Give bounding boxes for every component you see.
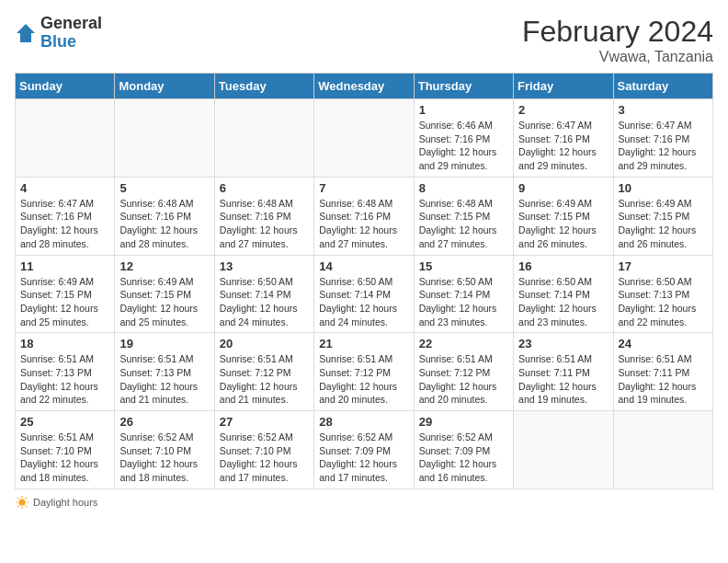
logo-icon [15, 22, 37, 44]
day-info: Sunrise: 6:49 AM Sunset: 7:15 PM Dayligh… [619, 197, 708, 251]
svg-line-6 [17, 498, 18, 499]
calendar-table: SundayMondayTuesdayWednesdayThursdayFrid… [15, 73, 713, 489]
col-header-wednesday: Wednesday [314, 74, 414, 99]
day-number: 5 [119, 181, 209, 195]
day-info: Sunrise: 6:51 AM Sunset: 7:12 PM Dayligh… [419, 352, 508, 407]
col-header-sunday: Sunday [16, 74, 115, 99]
day-info: Sunrise: 6:51 AM Sunset: 7:12 PM Dayligh… [319, 352, 408, 407]
day-number: 7 [319, 181, 408, 195]
day-number: 14 [319, 259, 408, 273]
day-info: Sunrise: 6:51 AM Sunset: 7:13 PM Dayligh… [119, 352, 209, 407]
day-number: 18 [20, 337, 109, 350]
day-info: Sunrise: 6:51 AM Sunset: 7:10 PM Dayligh… [20, 431, 109, 485]
day-number: 16 [518, 259, 608, 273]
logo-blue: Blue [40, 32, 76, 51]
day-number: 3 [619, 103, 708, 117]
calendar-cell: 29Sunrise: 6:52 AM Sunset: 7:09 PM Dayli… [414, 411, 513, 489]
day-number: 13 [220, 259, 309, 273]
calendar-cell [613, 411, 712, 489]
week-row-1: 4Sunrise: 6:47 AM Sunset: 7:16 PM Daylig… [16, 177, 713, 255]
week-row-2: 11Sunrise: 6:49 AM Sunset: 7:15 PM Dayli… [16, 255, 713, 333]
day-number: 4 [20, 181, 109, 195]
day-info: Sunrise: 6:49 AM Sunset: 7:15 PM Dayligh… [119, 275, 209, 329]
day-info: Sunrise: 6:48 AM Sunset: 7:15 PM Dayligh… [419, 197, 508, 251]
svg-line-9 [17, 505, 18, 506]
calendar-cell [514, 411, 613, 489]
calendar-cell: 19Sunrise: 6:51 AM Sunset: 7:13 PM Dayli… [115, 333, 214, 411]
calendar-cell: 22Sunrise: 6:51 AM Sunset: 7:12 PM Dayli… [414, 333, 513, 411]
calendar-cell: 5Sunrise: 6:48 AM Sunset: 7:16 PM Daylig… [115, 177, 214, 255]
day-info: Sunrise: 6:51 AM Sunset: 7:13 PM Dayligh… [20, 352, 109, 407]
day-number: 12 [119, 259, 209, 273]
calendar-cell: 23Sunrise: 6:51 AM Sunset: 7:11 PM Dayli… [514, 333, 613, 411]
calendar-cell: 1Sunrise: 6:46 AM Sunset: 7:16 PM Daylig… [414, 99, 513, 178]
day-number: 29 [419, 415, 508, 429]
day-info: Sunrise: 6:48 AM Sunset: 7:16 PM Dayligh… [220, 197, 309, 251]
week-row-4: 25Sunrise: 6:51 AM Sunset: 7:10 PM Dayli… [16, 411, 713, 489]
day-number: 9 [518, 181, 608, 195]
calendar-cell [115, 99, 214, 178]
sun-icon [15, 495, 29, 510]
day-number: 1 [419, 103, 508, 117]
calendar-cell: 17Sunrise: 6:50 AM Sunset: 7:13 PM Dayli… [613, 255, 712, 333]
day-number: 27 [220, 415, 309, 429]
logo-general: General [40, 14, 102, 32]
title-area: February 2024 Vwawa, Tanzania [522, 15, 713, 65]
day-info: Sunrise: 6:47 AM Sunset: 7:16 PM Dayligh… [20, 197, 109, 251]
calendar-cell: 21Sunrise: 6:51 AM Sunset: 7:12 PM Dayli… [314, 333, 414, 411]
day-number: 24 [619, 337, 708, 350]
day-info: Sunrise: 6:52 AM Sunset: 7:10 PM Dayligh… [119, 431, 209, 485]
day-number: 17 [619, 259, 708, 273]
calendar-title: February 2024 [522, 15, 713, 49]
calendar-cell: 12Sunrise: 6:49 AM Sunset: 7:15 PM Dayli… [115, 255, 214, 333]
calendar-cell: 27Sunrise: 6:52 AM Sunset: 7:10 PM Dayli… [214, 411, 313, 489]
calendar-cell: 8Sunrise: 6:48 AM Sunset: 7:15 PM Daylig… [414, 177, 513, 255]
day-number: 21 [319, 337, 408, 350]
calendar-cell: 2Sunrise: 6:47 AM Sunset: 7:16 PM Daylig… [514, 99, 613, 178]
day-number: 23 [518, 337, 608, 350]
day-info: Sunrise: 6:48 AM Sunset: 7:16 PM Dayligh… [319, 197, 408, 251]
day-info: Sunrise: 6:50 AM Sunset: 7:14 PM Dayligh… [319, 275, 408, 329]
day-info: Sunrise: 6:51 AM Sunset: 7:11 PM Dayligh… [518, 352, 608, 407]
svg-point-1 [19, 499, 26, 505]
day-info: Sunrise: 6:50 AM Sunset: 7:14 PM Dayligh… [220, 275, 309, 329]
svg-line-7 [26, 505, 27, 506]
calendar-cell: 7Sunrise: 6:48 AM Sunset: 7:16 PM Daylig… [314, 177, 414, 255]
calendar-cell [314, 99, 414, 178]
col-header-tuesday: Tuesday [214, 74, 313, 99]
day-number: 26 [119, 415, 209, 429]
col-header-saturday: Saturday [613, 74, 712, 99]
day-info: Sunrise: 6:47 AM Sunset: 7:16 PM Dayligh… [518, 119, 608, 173]
calendar-subtitle: Vwawa, Tanzania [522, 49, 713, 65]
svg-line-8 [26, 498, 27, 499]
day-number: 6 [220, 181, 309, 195]
day-number: 25 [20, 415, 109, 429]
col-header-friday: Friday [514, 74, 613, 99]
day-info: Sunrise: 6:48 AM Sunset: 7:16 PM Dayligh… [119, 197, 209, 251]
day-info: Sunrise: 6:47 AM Sunset: 7:16 PM Dayligh… [619, 119, 708, 173]
day-number: 8 [419, 181, 508, 195]
header: General Blue February 2024 Vwawa, Tanzan… [15, 15, 713, 65]
calendar-cell: 15Sunrise: 6:50 AM Sunset: 7:14 PM Dayli… [414, 255, 513, 333]
day-number: 10 [619, 181, 708, 195]
calendar-cell: 6Sunrise: 6:48 AM Sunset: 7:16 PM Daylig… [214, 177, 313, 255]
day-info: Sunrise: 6:50 AM Sunset: 7:14 PM Dayligh… [518, 275, 608, 329]
day-info: Sunrise: 6:52 AM Sunset: 7:10 PM Dayligh… [220, 431, 309, 485]
day-info: Sunrise: 6:51 AM Sunset: 7:11 PM Dayligh… [619, 352, 708, 407]
calendar-cell: 4Sunrise: 6:47 AM Sunset: 7:16 PM Daylig… [16, 177, 115, 255]
col-header-monday: Monday [115, 74, 214, 99]
day-info: Sunrise: 6:50 AM Sunset: 7:13 PM Dayligh… [619, 275, 708, 329]
day-number: 28 [319, 415, 408, 429]
calendar-cell: 14Sunrise: 6:50 AM Sunset: 7:14 PM Dayli… [314, 255, 414, 333]
calendar-cell: 24Sunrise: 6:51 AM Sunset: 7:11 PM Dayli… [613, 333, 712, 411]
calendar-cell: 16Sunrise: 6:50 AM Sunset: 7:14 PM Dayli… [514, 255, 613, 333]
calendar-cell: 20Sunrise: 6:51 AM Sunset: 7:12 PM Dayli… [214, 333, 313, 411]
day-info: Sunrise: 6:49 AM Sunset: 7:15 PM Dayligh… [518, 197, 608, 251]
day-info: Sunrise: 6:50 AM Sunset: 7:14 PM Dayligh… [419, 275, 508, 329]
day-number: 20 [220, 337, 309, 350]
calendar-cell: 13Sunrise: 6:50 AM Sunset: 7:14 PM Dayli… [214, 255, 313, 333]
calendar-cell [214, 99, 313, 178]
calendar-cell [16, 99, 115, 178]
day-number: 11 [20, 259, 109, 273]
day-info: Sunrise: 6:46 AM Sunset: 7:16 PM Dayligh… [419, 119, 508, 173]
